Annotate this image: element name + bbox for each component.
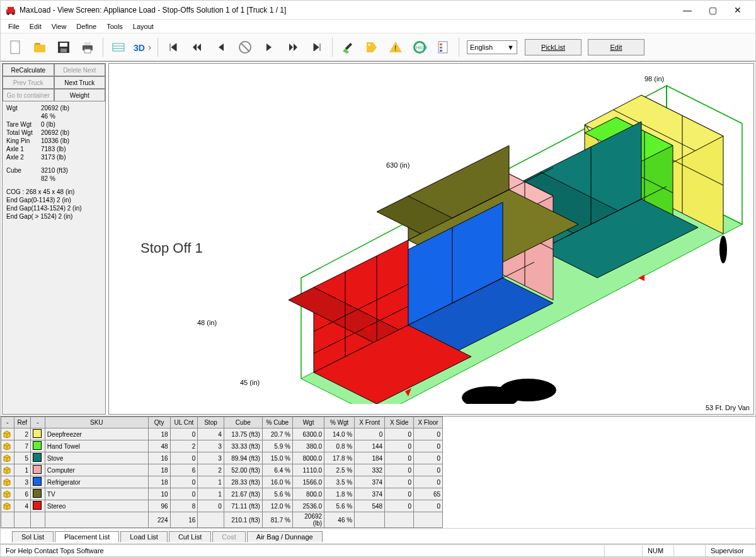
svg-line-16: [241, 43, 249, 51]
menu-layout[interactable]: Layout: [128, 21, 159, 32]
next-truck-button[interactable]: Next Truck: [54, 76, 106, 89]
app-icon: [6, 5, 16, 15]
table-row[interactable]: 1Computer186252.00 (ft3)6.4 %1110.02.5 %…: [1, 464, 443, 476]
prev-fast-icon[interactable]: [186, 36, 209, 59]
truck-type-label: 53 Ft. Dry Van: [706, 404, 750, 411]
svg-point-18: [369, 43, 370, 45]
svg-text:!: !: [394, 44, 396, 53]
svg-point-2: [7, 13, 9, 15]
language-select[interactable]: English▼: [467, 40, 517, 54]
tab-cost[interactable]: Cost: [212, 531, 246, 543]
weight-button[interactable]: Weight: [54, 89, 106, 101]
highlighter-icon[interactable]: [336, 36, 359, 59]
delete-next-button[interactable]: Delete Next: [54, 64, 106, 76]
table-row[interactable]: 6TV100121.67 (ft3)5.6 %800.01.8 %374065: [1, 488, 443, 500]
edit-button[interactable]: Edit: [588, 39, 644, 55]
load-diagram: [289, 76, 754, 404]
svg-rect-26: [440, 50, 442, 52]
titlebar: MaxLoad - View Screen: Appliance Load - …: [1, 1, 755, 20]
window-title: MaxLoad - View Screen: Appliance Load - …: [20, 6, 675, 14]
prev-truck-button[interactable]: Prev Truck: [3, 76, 54, 89]
svg-rect-1: [8, 7, 14, 9]
svg-point-30: [500, 379, 556, 401]
stop-off-annotation: Stop Off 1: [140, 240, 203, 256]
toolbar: 3D ! HELP English▼ PickList Edit: [1, 33, 755, 61]
svg-rect-17: [345, 42, 352, 49]
menu-define[interactable]: Define: [71, 21, 101, 32]
status-help: For Help Contact Tops Software: [1, 545, 604, 556]
dim-45: 45 (in): [240, 379, 260, 386]
cancel-icon[interactable]: [234, 36, 256, 59]
menu-file[interactable]: File: [3, 21, 25, 32]
picklist-button[interactable]: PickList: [525, 39, 581, 55]
dim-48: 48 (in): [197, 319, 217, 326]
svg-text:3D: 3D: [134, 43, 145, 53]
save-icon[interactable]: [52, 36, 75, 59]
next-icon[interactable]: [258, 36, 280, 59]
menu-edit[interactable]: Edit: [25, 21, 47, 32]
tab-cut-list[interactable]: Cut List: [169, 531, 211, 543]
table-row[interactable]: 5Stove160389.94 (ft3)15.0 %8000.017.8 %1…: [1, 452, 443, 464]
table-row[interactable]: 2Deepfreezer180413.75 (ft3)20.7 %6300.01…: [1, 428, 443, 440]
help-icon[interactable]: HELP: [408, 36, 431, 59]
grid-view-icon[interactable]: [107, 36, 130, 59]
minimize-button[interactable]: —: [675, 1, 700, 19]
recalculate-button[interactable]: ReCalculate: [3, 64, 54, 76]
status-supervisor: Supervisor: [705, 545, 755, 556]
menu-tools[interactable]: Tools: [101, 21, 128, 32]
svg-rect-7: [60, 49, 67, 52]
svg-rect-10: [84, 49, 91, 53]
svg-rect-6: [60, 43, 67, 47]
svg-point-3: [12, 13, 14, 15]
grid-header-row: - Ref - SKU Qty UL Cnt Stop Cube % Cube …: [1, 417, 443, 428]
maximize-button[interactable]: ▢: [700, 1, 725, 19]
print-icon[interactable]: [76, 36, 99, 59]
last-icon[interactable]: [306, 36, 328, 59]
stats-panel: Wgt20692 (lb) 46 % Tare Wgt0 (lb) Total …: [3, 101, 105, 223]
menu-view[interactable]: View: [47, 21, 72, 32]
status-bar: For Help Contact Tops Software NUM Super…: [1, 544, 755, 556]
prev-icon[interactable]: [210, 36, 232, 59]
svg-rect-25: [440, 47, 442, 49]
tab-placement-list[interactable]: Placement List: [55, 531, 119, 543]
next-fast-icon[interactable]: [282, 36, 304, 59]
svg-rect-24: [440, 43, 442, 45]
warning-icon[interactable]: !: [384, 36, 407, 59]
3d-viewport[interactable]: Stop Off 1 630 (in) 98 (in) 110 (in) 268…: [108, 63, 754, 415]
tab-load-list[interactable]: Load List: [120, 531, 168, 543]
menubar: File Edit View Define Tools Layout: [1, 20, 755, 33]
svg-point-31: [719, 236, 727, 263]
tag-icon[interactable]: [360, 36, 383, 59]
bottom-tabs: Sol List Placement List Load List Cut Li…: [1, 528, 755, 544]
open-icon[interactable]: [28, 36, 51, 59]
table-row[interactable]: 4Stereo968071.11 (ft3)12.0 %2536.05.6 %5…: [1, 500, 443, 512]
close-button[interactable]: ✕: [725, 1, 750, 19]
3d-view-icon[interactable]: 3D: [131, 36, 154, 59]
tab-airbag[interactable]: Air Bag / Dunnage: [247, 531, 323, 543]
tab-sol-list[interactable]: Sol List: [12, 531, 54, 543]
svg-text:HELP: HELP: [416, 45, 427, 50]
report-icon[interactable]: [432, 36, 455, 59]
new-icon[interactable]: [4, 36, 27, 59]
table-row[interactable]: 7Hand Towel482333.33 (ft3)5.9 %380.00.8 …: [1, 440, 443, 452]
first-icon[interactable]: [162, 36, 185, 59]
svg-rect-11: [113, 43, 124, 51]
placement-grid: - Ref - SKU Qty UL Cnt Stop Cube % Cube …: [1, 416, 755, 528]
side-panel: ReCalculate Delete Next Prev Truck Next …: [2, 63, 106, 415]
goto-container-button[interactable]: Go to container: [3, 89, 54, 101]
totals-row: 22416210.1 (ft3)81.7 %20692 (lb)46 %: [1, 512, 443, 528]
svg-rect-9: [84, 42, 91, 45]
table-row[interactable]: 3Refrigerator180128.33 (ft3)16.0 %1566.0…: [1, 476, 443, 488]
status-num: NUM: [642, 545, 673, 556]
